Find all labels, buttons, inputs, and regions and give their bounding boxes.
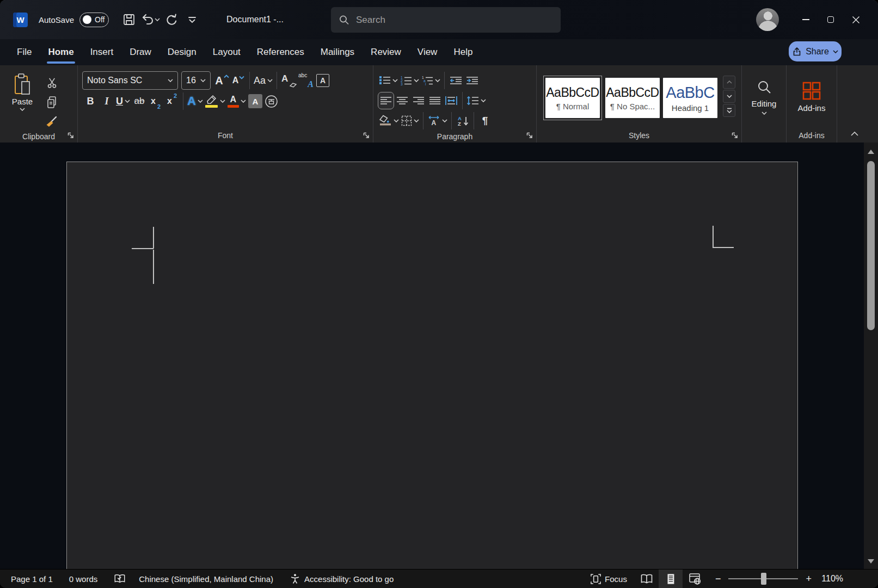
print-layout-icon xyxy=(665,573,677,585)
tab-file[interactable]: File xyxy=(9,39,40,65)
paragraph-dialog-launcher[interactable] xyxy=(526,132,533,139)
vertical-scrollbar[interactable] xyxy=(864,143,878,569)
clear-formatting-button[interactable]: A xyxy=(280,72,297,89)
cut-button[interactable] xyxy=(44,75,60,91)
multilevel-list-button[interactable]: 1 a i xyxy=(420,72,441,89)
search-input[interactable] xyxy=(356,15,553,26)
increase-indent-button[interactable] xyxy=(464,72,480,89)
tab-references[interactable]: References xyxy=(249,39,312,65)
font-name-combo[interactable]: Noto Sans SC xyxy=(82,71,178,90)
quick-access-customize-button[interactable] xyxy=(183,10,201,29)
focus-mode-button[interactable]: Focus xyxy=(590,570,627,588)
tab-home[interactable]: Home xyxy=(40,39,82,65)
zoom-level[interactable]: 110% xyxy=(814,574,843,584)
font-dialog-launcher[interactable] xyxy=(363,132,370,139)
styles-dialog-launcher[interactable] xyxy=(732,132,738,139)
scroll-up-arrow[interactable] xyxy=(868,150,874,154)
tab-draw[interactable]: Draw xyxy=(121,39,159,65)
styles-scroll-down-button[interactable] xyxy=(723,90,735,103)
font-color-button[interactable]: A xyxy=(226,92,247,110)
autosave-toggle[interactable]: Off xyxy=(79,13,109,27)
borders-button[interactable] xyxy=(400,112,420,129)
shading-button[interactable] xyxy=(378,112,400,129)
character-shading-button[interactable]: A xyxy=(247,92,263,110)
strikethrough-button[interactable]: ab xyxy=(131,92,148,110)
zoom-out-button[interactable]: − xyxy=(713,573,723,585)
italic-button[interactable]: I xyxy=(99,92,115,110)
format-painter-button[interactable] xyxy=(44,114,60,130)
sort-button[interactable]: A Z xyxy=(455,112,471,129)
text-effects-button[interactable]: A xyxy=(186,92,204,110)
accessibility-status[interactable]: Accessibility: Good to go xyxy=(290,573,394,585)
redo-button[interactable] xyxy=(162,10,181,29)
phonetic-guide-button[interactable]: abc A xyxy=(297,72,315,89)
character-border-button[interactable]: A xyxy=(315,72,331,89)
web-layout-button[interactable] xyxy=(683,570,707,588)
zoom-in-button[interactable]: + xyxy=(803,573,814,585)
read-mode-button[interactable] xyxy=(635,570,659,588)
tab-layout[interactable]: Layout xyxy=(205,39,249,65)
style-card-normal[interactable]: AaBbCcD ¶ Normal xyxy=(545,78,600,118)
tab-mailings[interactable]: Mailings xyxy=(312,39,363,65)
zoom-slider[interactable] xyxy=(728,578,798,579)
font-size-combo[interactable]: 16 xyxy=(181,71,211,90)
minimize-button[interactable] xyxy=(793,7,818,32)
line-spacing-button[interactable] xyxy=(465,92,487,109)
grow-font-button[interactable]: A xyxy=(214,72,230,89)
bullets-button[interactable] xyxy=(378,72,399,89)
copy-button[interactable] xyxy=(44,94,60,110)
editing-button[interactable]: Editing xyxy=(742,65,786,128)
addins-button[interactable]: Add-ins xyxy=(787,65,837,128)
tab-view[interactable]: View xyxy=(409,39,446,65)
language-status[interactable]: Chinese (Simplified, Mainland China) xyxy=(139,574,273,584)
change-case-button[interactable]: Aa xyxy=(253,72,274,89)
align-right-button[interactable] xyxy=(410,92,427,109)
styles-scroll-up-button[interactable] xyxy=(723,76,735,89)
zoom-slider-handle[interactable] xyxy=(761,573,766,585)
search-box[interactable] xyxy=(331,7,561,33)
word-logo-icon[interactable]: W xyxy=(13,13,28,27)
justify-button[interactable] xyxy=(427,92,443,109)
numbering-button[interactable]: 1 2 3 xyxy=(399,72,420,89)
style-card-heading1[interactable]: AaBbC Heading 1 xyxy=(663,78,717,118)
document-page[interactable] xyxy=(66,162,798,569)
proofing-status[interactable] xyxy=(114,573,126,585)
show-hide-marks-button[interactable]: ¶ xyxy=(477,112,493,129)
save-button[interactable] xyxy=(120,10,138,29)
asian-layout-button[interactable]: A xyxy=(426,112,449,129)
distribute-button[interactable] xyxy=(443,92,459,109)
bold-button[interactable]: B xyxy=(82,92,99,110)
tab-insert[interactable]: Insert xyxy=(82,39,122,65)
scroll-down-arrow[interactable] xyxy=(868,559,874,564)
underline-button[interactable]: U xyxy=(115,92,131,110)
collapse-ribbon-button[interactable] xyxy=(851,128,858,138)
page-indicator[interactable]: Page 1 of 1 xyxy=(11,574,53,584)
grow-font-arrow-icon xyxy=(224,75,229,78)
paste-button[interactable]: Paste xyxy=(5,73,39,130)
style-card-no-spacing[interactable]: AaBbCcD ¶ No Spac... xyxy=(605,78,660,118)
tab-review[interactable]: Review xyxy=(363,39,409,65)
decrease-indent-button[interactable] xyxy=(447,72,464,89)
align-center-button[interactable] xyxy=(394,92,410,109)
scrollbar-thumb[interactable] xyxy=(867,161,875,330)
clipboard-dialog-launcher[interactable] xyxy=(67,132,74,139)
align-left-button[interactable] xyxy=(378,92,394,109)
maximize-button[interactable] xyxy=(818,7,843,32)
ribbon-group-addins: Add-ins Add-ins xyxy=(787,65,837,143)
underline-letter: U xyxy=(116,96,123,107)
shrink-font-button[interactable]: A xyxy=(230,72,247,89)
undo-button[interactable] xyxy=(140,13,160,26)
share-button[interactable]: Share xyxy=(789,41,842,61)
word-count[interactable]: 0 words xyxy=(69,574,98,584)
user-avatar[interactable] xyxy=(756,8,779,31)
superscript-button[interactable]: x 2 xyxy=(164,92,180,110)
underline-dropdown-icon xyxy=(125,100,130,103)
print-layout-button[interactable] xyxy=(659,570,683,588)
subscript-button[interactable]: x 2 xyxy=(148,92,164,110)
close-button[interactable] xyxy=(843,7,868,32)
enclose-characters-button[interactable] xyxy=(263,92,280,110)
highlight-button[interactable] xyxy=(204,92,226,110)
tab-design[interactable]: Design xyxy=(159,39,205,65)
tab-help[interactable]: Help xyxy=(445,39,481,65)
styles-gallery-expand-button[interactable] xyxy=(723,104,735,117)
